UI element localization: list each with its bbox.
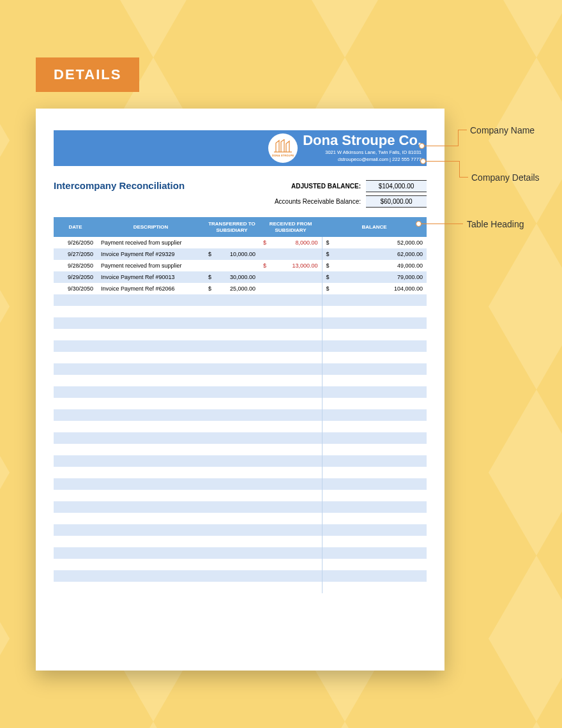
adjusted-balance-value: $104,000.00 — [366, 180, 427, 192]
th-transferred: TRANSFERRED TO SUBSIDIARY — [204, 217, 259, 237]
table-row — [54, 340, 427, 352]
header-band: DONA STROUPE Dona Stroupe Co. 3021 W Atk… — [54, 130, 427, 166]
table-row — [54, 467, 427, 478]
table-row — [54, 306, 427, 317]
table-row — [54, 375, 427, 386]
table-row: 9/30/2050Invoice Payment Ref #62066$25,0… — [54, 283, 427, 294]
company-address: 3021 W Atkinsons Lane, Twin Falls, ID 81… — [303, 149, 422, 156]
table-row — [54, 478, 427, 490]
company-logo: DONA STROUPE — [268, 133, 298, 163]
table-row: 9/29/2050Invoice Payment Ref #90013$30,0… — [54, 271, 427, 283]
table-row — [54, 329, 427, 340]
table-row — [54, 501, 427, 513]
th-description: DESCRIPTION — [97, 217, 204, 237]
document-sheet: DONA STROUPE Dona Stroupe Co. 3021 W Atk… — [36, 109, 444, 671]
document-title: Intercompany Reconciliation — [54, 180, 185, 191]
ar-balance-label: Accounts Receivable Balance: — [275, 198, 361, 205]
table-row — [54, 317, 427, 329]
logo-caption: DONA STROUPE — [272, 154, 294, 157]
details-tag: DETAILS — [36, 57, 139, 92]
table-row — [54, 582, 427, 593]
table-row — [54, 444, 427, 455]
table-row — [54, 386, 427, 398]
table-row: 9/28/2050Payment received from supplier$… — [54, 260, 427, 271]
balance-block: ADJUSTED BALANCE: $104,000.00 Accounts R… — [275, 180, 427, 211]
callout-company-details: Company Details — [423, 157, 551, 170]
adjusted-balance-label: ADJUSTED BALANCE: — [291, 183, 361, 190]
table-row — [54, 421, 427, 432]
table-row — [54, 524, 427, 536]
table-row — [54, 547, 427, 559]
reconciliation-table: DATE DESCRIPTION TRANSFERRED TO SUBSIDIA… — [54, 217, 427, 593]
table-row — [54, 294, 427, 306]
table-row — [54, 352, 427, 363]
table-row — [54, 570, 427, 582]
table-heading-row: DATE DESCRIPTION TRANSFERRED TO SUBSIDIA… — [54, 217, 427, 237]
table-row: 9/27/2050Invoice Payment Ref #29329$10,0… — [54, 248, 427, 260]
table-row — [54, 490, 427, 501]
table-row — [54, 513, 427, 524]
table-row: 9/26/2050Payment received from supplier$… — [54, 237, 427, 248]
table-row — [54, 409, 427, 421]
table-row — [54, 363, 427, 375]
th-received: RECEIVED FROM SUBSIDIARY — [259, 217, 322, 237]
callout-company-name: Company Name — [422, 139, 549, 152]
table-row — [54, 536, 427, 547]
table-row — [54, 455, 427, 467]
th-balance: BALANCE — [322, 217, 427, 237]
th-date: DATE — [54, 217, 97, 237]
company-name: Dona Stroupe Co. — [303, 133, 422, 148]
company-contact: dstroupeco@email.com | 222 555 7777 — [303, 156, 422, 163]
company-details: 3021 W Atkinsons Lane, Twin Falls, ID 81… — [303, 149, 422, 162]
callout-table-heading: Table Heading — [418, 219, 559, 232]
table-row — [54, 559, 427, 570]
table-row — [54, 432, 427, 444]
ar-balance-value: $60,000.00 — [366, 195, 427, 208]
table-row — [54, 398, 427, 409]
